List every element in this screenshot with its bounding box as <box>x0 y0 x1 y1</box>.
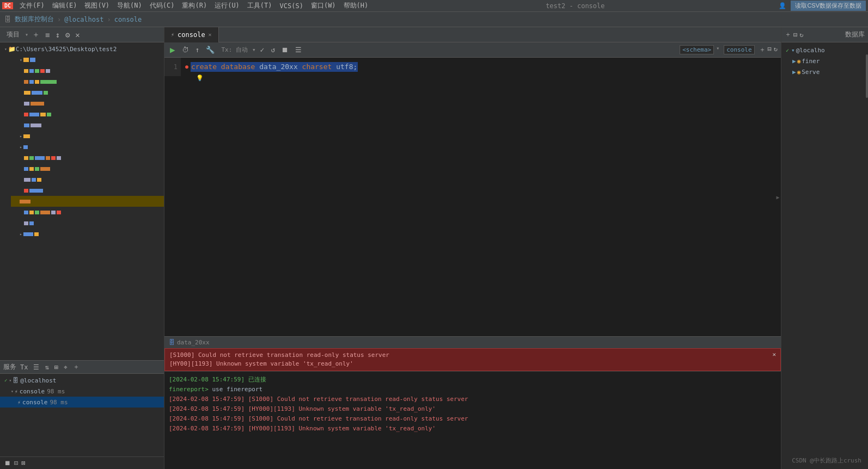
run-button[interactable]: ▶ <box>168 44 178 56</box>
service-console-parent[interactable]: ▾ ⚡ console 98 ms <box>0 386 164 397</box>
console-selector[interactable]: console <box>724 45 754 54</box>
tree-item-9[interactable]: ▸ <box>11 141 164 152</box>
tree-item-highlighted[interactable] <box>11 196 164 207</box>
code-line-1: ● create database data_20xx charset utf8… <box>185 62 777 72</box>
file-icons-row1 <box>23 58 35 62</box>
schema-selector[interactable]: <schema> <box>680 45 714 54</box>
right-sidebar-add-btn[interactable]: ＋ <box>785 30 791 39</box>
file-icons-row6 <box>24 113 51 116</box>
code-content[interactable]: ● create database data_20xx charset utf8… <box>181 58 781 336</box>
sidebar-collapse-btn[interactable]: ≡ <box>44 29 51 40</box>
tree-item-7[interactable] <box>11 120 164 131</box>
line-numbers: 1 <box>164 58 181 76</box>
service-console-icon: ⚡ <box>15 388 18 394</box>
menu-nav[interactable]: 导航(N) <box>114 0 145 11</box>
services-sort-btn[interactable]: ⇅ <box>43 363 50 372</box>
clock-btn[interactable]: ⏱ <box>180 45 191 55</box>
right-tree-finer[interactable]: ▶ ◉ finer <box>781 55 868 66</box>
tab-console-icon: ⚡ <box>171 32 174 38</box>
settings-btn[interactable]: 🔧 <box>204 45 217 55</box>
services-list-btn[interactable]: ☰ <box>32 363 41 372</box>
output-panel[interactable]: [2024-02-08 15:47:59] 已连接 finereport> us… <box>164 371 781 469</box>
sidebar-close-btn[interactable]: ✕ <box>74 29 81 40</box>
error-close-btn[interactable]: ✕ <box>772 351 776 358</box>
split-btn[interactable]: ⊟ <box>768 45 772 54</box>
menu-window[interactable]: 窗口(W) <box>308 0 339 11</box>
main-layout: 项目 ▾ ＋ ≡ ↕ ⚙ ✕ ▾ 📁 C:\Users\34525\Deskto… <box>0 27 868 469</box>
right-sidebar-split-btn[interactable]: ⊟ <box>793 31 797 39</box>
right-serve-arrow: ▶ <box>792 69 796 76</box>
sidebar-new-btn[interactable]: ＋ <box>30 29 41 41</box>
tree-item-16[interactable]: ▸ <box>11 229 164 239</box>
services-icon3[interactable]: ⊠ <box>21 459 25 467</box>
tree-item-14[interactable] <box>11 207 164 218</box>
tree-root[interactable]: ▾ 📁 C:\Users\34525\Desktop\test2 <box>0 44 164 54</box>
refresh-btn[interactable]: ↻ <box>774 45 778 54</box>
tree-item-8[interactable]: ▸ <box>11 131 164 141</box>
rollback-btn[interactable]: ↺ <box>268 45 277 55</box>
lightbulb-hint: 💡 <box>196 73 777 83</box>
sidebar-sort-btn[interactable]: ↕ <box>53 29 61 40</box>
file-icons-row2 <box>24 69 133 73</box>
tree-item-10[interactable] <box>11 152 164 163</box>
tree-item-11[interactable] <box>11 163 164 174</box>
menu-edit[interactable]: 编辑(E) <box>49 0 81 11</box>
gutter-handle[interactable]: ▶ <box>775 194 781 200</box>
commit-btn[interactable]: ↑ <box>193 45 202 55</box>
menu-code[interactable]: 代码(C) <box>146 0 178 11</box>
tree-item-1[interactable]: ▾ <box>11 54 164 65</box>
tree-item-5[interactable] <box>11 98 164 109</box>
menu-refactor[interactable]: 重构(R) <box>179 0 210 11</box>
tree-item-2[interactable] <box>11 65 164 76</box>
kw-utf8: utf8; <box>336 63 357 71</box>
file-icons-row13 <box>24 189 43 193</box>
tab-close-btn[interactable]: ✕ <box>209 32 212 38</box>
right-sidebar: ＋ ⊟ ↻ 数据库 ✓ ▾ @localho ▶ ◉ finer ▶ ◉ Ser… <box>781 27 868 469</box>
format-btn[interactable]: ☰ <box>293 45 304 55</box>
tx-dropdown-icon: ▾ <box>252 46 256 53</box>
file-icons-row4 <box>24 91 48 95</box>
services-filter-btn[interactable]: ⌖ <box>62 363 69 372</box>
services-panel: 服务 Tx ☰ ⇅ ⊞ ⌖ ＋ ✓ ▾ 🗄 @localhost ▾ ⚡ con <box>0 360 164 469</box>
services-icon2[interactable]: ⊡ <box>14 459 18 467</box>
menu-view[interactable]: 视图(V) <box>81 0 113 11</box>
tree-item-12[interactable] <box>11 174 164 185</box>
tree-item-3[interactable] <box>11 76 164 87</box>
sidebar-settings-btn[interactable]: ⚙ <box>64 29 71 40</box>
breadcrumb-host[interactable]: @localhost <box>64 16 103 23</box>
service-console-parent-time: 98 ms <box>47 388 65 395</box>
read-csv-button[interactable]: 读取CSV数据保存至数据 <box>791 1 866 11</box>
right-tree-localhost[interactable]: ✓ ▾ @localho <box>781 45 868 55</box>
services-grid-btn[interactable]: ⊞ <box>53 363 60 372</box>
services-bottom-icons: ⏹ ⊡ ⊠ <box>0 456 164 469</box>
tree-item-4[interactable] <box>11 87 164 98</box>
commit-btn2[interactable]: ✓ <box>258 45 267 55</box>
tree-arrow-root: ▾ <box>4 47 7 52</box>
stop-btn[interactable]: ⏹ <box>279 45 291 55</box>
app-logo: DC <box>2 2 13 9</box>
menu-run[interactable]: 运行(U) <box>211 0 243 11</box>
right-serve-label: Serve <box>802 69 820 76</box>
sidebar-dropdown-icon: ▾ <box>25 32 28 38</box>
add-console-btn[interactable]: ＋ <box>759 45 766 54</box>
tree-item-6[interactable] <box>11 109 164 120</box>
right-tree-serve[interactable]: ▶ ◉ Serve <box>781 66 868 77</box>
schema-dropdown-icon: ▾ <box>716 45 719 54</box>
service-console-child[interactable]: ⚡ console 98 ms <box>0 397 164 408</box>
menu-vcs[interactable]: VCS(S) <box>277 1 307 11</box>
services-stop-icon[interactable]: ⏹ <box>4 459 11 467</box>
menu-tools[interactable]: 工具(T) <box>244 0 276 11</box>
tab-console[interactable]: ⚡ console ✕ <box>164 27 219 42</box>
tree-item-15[interactable] <box>11 218 164 229</box>
file-icons-highlighted <box>20 200 30 203</box>
tree-item-13[interactable] <box>11 185 164 196</box>
right-sidebar-refresh-btn[interactable]: ↻ <box>799 31 803 39</box>
kw-database: database <box>221 63 259 71</box>
breadcrumb-db[interactable]: 数据库控制台 <box>15 15 54 24</box>
menu-help[interactable]: 帮助(H) <box>340 0 372 11</box>
service-localhost[interactable]: ✓ ▾ 🗄 @localhost <box>0 375 164 386</box>
code-editor[interactable]: 1 ● create database data_20xx charset ut… <box>164 58 781 336</box>
menu-file[interactable]: 文件(F) <box>16 0 48 11</box>
editor-right-buttons: <schema> ▾ console ＋ ⊟ ↻ <box>680 45 778 54</box>
services-add-btn[interactable]: ＋ <box>71 362 81 372</box>
